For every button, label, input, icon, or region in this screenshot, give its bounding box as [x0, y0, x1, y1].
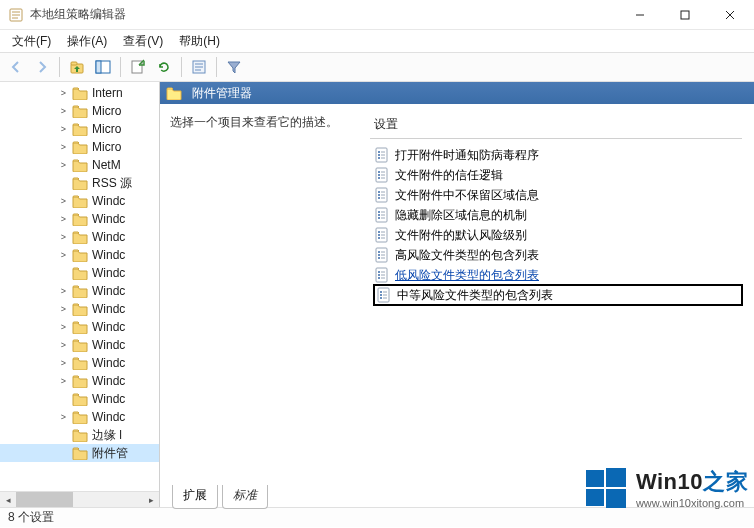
settings-item[interactable]: 文件附件的信任逻辑	[374, 165, 742, 185]
tree-node-label: Micro	[92, 140, 121, 154]
settings-item[interactable]: 文件附件中不保留区域信息	[374, 185, 742, 205]
watermark: Win10之家 www.win10xitong.com	[584, 466, 748, 510]
expand-icon[interactable]: >	[58, 214, 69, 225]
tree-view[interactable]: >Intern>Micro>Micro>Micro>NetMRSS 源>Wind…	[0, 82, 159, 491]
tree-node[interactable]: >NetM	[0, 156, 159, 174]
export-button[interactable]	[126, 55, 150, 79]
tree-node[interactable]: >Windc	[0, 300, 159, 318]
scroll-right-button[interactable]: ▸	[143, 492, 159, 508]
tree-horizontal-scrollbar[interactable]: ◂ ▸	[0, 491, 159, 507]
expand-icon[interactable]	[58, 394, 69, 405]
filter-button[interactable]	[222, 55, 246, 79]
tree-node[interactable]: >Windc	[0, 210, 159, 228]
settings-column-header[interactable]: 设置	[370, 114, 610, 135]
tree-node[interactable]: >Windc	[0, 192, 159, 210]
expand-icon[interactable]: >	[58, 88, 69, 99]
tree-node[interactable]: >Micro	[0, 138, 159, 156]
tree-node-label: Micro	[92, 104, 121, 118]
tree-node[interactable]: RSS 源	[0, 174, 159, 192]
tree-node[interactable]: >Windc	[0, 408, 159, 426]
properties-button[interactable]	[187, 55, 211, 79]
settings-item[interactable]: 高风险文件类型的包含列表	[374, 245, 742, 265]
toolbar-separator	[181, 57, 182, 77]
tree-node[interactable]: >Micro	[0, 102, 159, 120]
expand-icon[interactable]: >	[58, 124, 69, 135]
tree-node[interactable]: >Windc	[0, 336, 159, 354]
tree-node[interactable]: 边缘 l	[0, 426, 159, 444]
tree-node[interactable]: >Windc	[0, 282, 159, 300]
menu-file[interactable]: 文件(F)	[4, 31, 59, 52]
tree-node[interactable]: >Windc	[0, 372, 159, 390]
status-text: 8 个设置	[8, 509, 54, 526]
settings-item[interactable]: 中等风险文件类型的包含列表	[374, 285, 742, 305]
expand-icon[interactable]: >	[58, 376, 69, 387]
close-button[interactable]	[707, 1, 752, 29]
settings-item-label: 文件附件的信任逻辑	[395, 167, 503, 184]
refresh-button[interactable]	[152, 55, 176, 79]
tree-node[interactable]: >Micro	[0, 120, 159, 138]
svg-rect-27	[378, 177, 380, 179]
expand-icon[interactable]: >	[58, 232, 69, 243]
tree-node[interactable]: 附件管	[0, 444, 159, 462]
svg-rect-67	[380, 291, 382, 293]
settings-item-label: 文件附件中不保留区域信息	[395, 187, 539, 204]
expand-icon[interactable]: >	[58, 250, 69, 261]
tree-node[interactable]: >Windc	[0, 318, 159, 336]
svg-rect-18	[378, 151, 380, 153]
svg-rect-40	[378, 214, 380, 216]
settings-item-label: 高风险文件类型的包含列表	[395, 247, 539, 264]
settings-item[interactable]: 低风险文件类型的包含列表	[374, 265, 742, 285]
expand-icon[interactable]	[58, 178, 69, 189]
svg-rect-34	[378, 197, 380, 199]
expand-icon[interactable]: >	[58, 142, 69, 153]
expand-icon[interactable]: >	[58, 358, 69, 369]
tree-node[interactable]: >Windc	[0, 354, 159, 372]
show-hide-tree-button[interactable]	[91, 55, 115, 79]
expand-icon[interactable]	[58, 448, 69, 459]
settings-item[interactable]: 隐藏删除区域信息的机制	[374, 205, 742, 225]
forward-button[interactable]	[30, 55, 54, 79]
expand-icon[interactable]: >	[58, 412, 69, 423]
settings-column: 设置 打开附件时通知防病毒程序文件附件的信任逻辑文件附件中不保留区域信息隐藏删除…	[370, 114, 742, 497]
expand-icon[interactable]: >	[58, 160, 69, 171]
expand-icon[interactable]	[58, 268, 69, 279]
tab-extended[interactable]: 扩展	[172, 485, 218, 509]
scroll-track[interactable]	[16, 492, 143, 508]
settings-item[interactable]: 打开附件时通知防病毒程序	[374, 145, 742, 165]
tree-node-label: RSS 源	[92, 175, 132, 192]
detail-tabs: 扩展 标准	[162, 485, 268, 507]
tree-node[interactable]: >Windc	[0, 228, 159, 246]
windows-logo-icon	[584, 466, 628, 510]
scroll-left-button[interactable]: ◂	[0, 492, 16, 508]
expand-icon[interactable]: >	[58, 196, 69, 207]
svg-rect-60	[378, 271, 380, 273]
expand-icon[interactable]: >	[58, 322, 69, 333]
tree-node-label: Windc	[92, 338, 125, 352]
scroll-thumb[interactable]	[16, 492, 73, 508]
expand-icon[interactable]: >	[58, 286, 69, 297]
settings-item-label: 隐藏删除区域信息的机制	[395, 207, 527, 224]
tree-node[interactable]: >Intern	[0, 84, 159, 102]
expand-icon[interactable]	[58, 430, 69, 441]
expand-icon[interactable]: >	[58, 304, 69, 315]
back-button[interactable]	[4, 55, 28, 79]
expand-icon[interactable]: >	[58, 106, 69, 117]
tree-node[interactable]: Windc	[0, 264, 159, 282]
tree-node-label: Windc	[92, 194, 125, 208]
settings-item[interactable]: 文件附件的默认风险级别	[374, 225, 742, 245]
up-button[interactable]	[65, 55, 89, 79]
watermark-url: www.win10xitong.com	[636, 497, 744, 509]
svg-rect-11	[96, 61, 101, 73]
tab-standard[interactable]: 标准	[222, 485, 268, 509]
tree-node-label: 边缘 l	[92, 427, 122, 444]
tree-pane: >Intern>Micro>Micro>Micro>NetMRSS 源>Wind…	[0, 82, 160, 507]
tree-node[interactable]: >Windc	[0, 246, 159, 264]
minimize-button[interactable]	[617, 1, 662, 29]
expand-icon[interactable]: >	[58, 340, 69, 351]
menu-help[interactable]: 帮助(H)	[171, 31, 228, 52]
maximize-button[interactable]	[662, 1, 707, 29]
menu-view[interactable]: 查看(V)	[115, 31, 171, 52]
tree-node[interactable]: Windc	[0, 390, 159, 408]
menu-action[interactable]: 操作(A)	[59, 31, 115, 52]
column-separator	[370, 138, 742, 139]
